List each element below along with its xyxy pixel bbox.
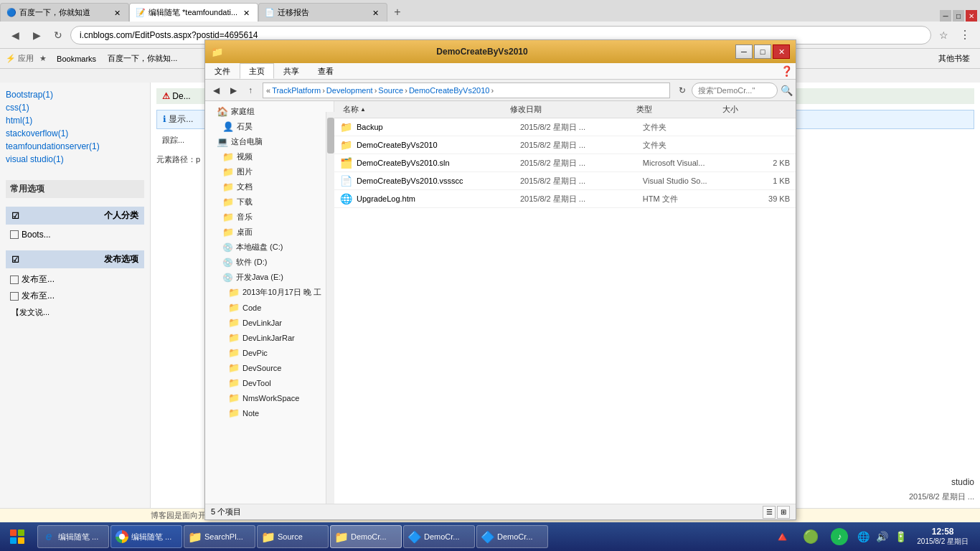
- sidebar-tag-stackoverflow[interactable]: stackoverflow(1): [6, 127, 144, 140]
- sidebar-item-nmsworkspace[interactable]: 📁 NmsWorkSpace: [205, 390, 334, 405]
- new-tab-button[interactable]: +: [387, 3, 407, 22]
- tab-migrate[interactable]: 📄 迁移报告 ✕: [258, 3, 387, 22]
- ribbon-tab-file[interactable]: 文件: [205, 63, 240, 79]
- nav-up-btn[interactable]: ↑: [242, 83, 258, 98]
- ribbon-tabs: 文件 主页 共享 查看 ❓: [205, 63, 796, 79]
- bookmark-baidu[interactable]: 百度一下，你就知...: [103, 52, 182, 65]
- explorer-minimize[interactable]: ─: [735, 44, 753, 59]
- col-header-date[interactable]: 修改日期: [507, 102, 633, 117]
- taskbar-task-vs2[interactable]: 🔷 DemoCr...: [476, 525, 548, 548]
- sidebar-item-thispc[interactable]: 💻 这台电脑: [205, 134, 334, 149]
- sidebar-item-downloads[interactable]: 📁 下载: [205, 194, 334, 209]
- breadcrumb-democreate[interactable]: DemoCreateByVs2010: [409, 86, 490, 95]
- window-maximize[interactable]: □: [953, 10, 964, 22]
- tab-close-migrate[interactable]: ✕: [369, 7, 381, 19]
- taskbar-task-searchpl[interactable]: 📁 SearchPl...: [184, 525, 255, 548]
- nav-settings[interactable]: ⋮: [956, 26, 974, 44]
- sidebar-item-devsource[interactable]: 📁 DevSource: [205, 360, 334, 375]
- ribbon-tab-home[interactable]: 主页: [240, 63, 274, 79]
- sidebar-item-note[interactable]: 📁 Note: [205, 405, 334, 420]
- tray-app-green[interactable]: 🟢: [798, 524, 824, 550]
- publish-item1[interactable]: 发布至...: [6, 271, 144, 288]
- sidebar-item-devlinkjarrar[interactable]: 📁 DevLinkJarRar: [205, 330, 334, 345]
- sidebar-item-desktop[interactable]: 📁 桌面: [205, 225, 334, 240]
- tab-cnblogs[interactable]: 📝 编辑随笔 *teamfoundati... ✕: [129, 3, 258, 22]
- file-list: 📁 Backup 2015/8/2 星期日 ... 文件夹 📁 DemoCrea…: [334, 118, 796, 504]
- file-row-democreate-folder[interactable]: 📁 DemoCreateByVs2010 2015/8/2 星期日 ... 文件…: [334, 136, 796, 154]
- sidebar-tag-bootstrap[interactable]: Bootstrap(1): [6, 88, 144, 101]
- sidebar-tag-tfs[interactable]: teamfoundationserver(1): [6, 140, 144, 153]
- sidebar-item-devpic[interactable]: 📁 DevPic: [205, 345, 334, 360]
- file-row-sln[interactable]: 🗂️ DemoCreateByVs2010.sln 2015/8/2 星期日 .…: [334, 154, 796, 172]
- sidebar-scrollbar[interactable]: [326, 112, 334, 504]
- tray-battery-icon[interactable]: 🔋: [892, 529, 908, 545]
- tab-close-baidu[interactable]: ✕: [111, 7, 123, 19]
- tab-baidu[interactable]: 🔵 百度一下，你就知道 ✕: [0, 3, 129, 22]
- ribbon-help-icon[interactable]: ❓: [781, 65, 793, 77]
- sidebar-item-homegroup[interactable]: 🏠 家庭组: [205, 104, 334, 119]
- nav-reload[interactable]: ↻: [49, 26, 67, 44]
- tray-network-icon[interactable]: 🌐: [855, 529, 871, 545]
- search-input[interactable]: [692, 83, 778, 98]
- sidebar-item-documents[interactable]: 📁 文档: [205, 179, 334, 194]
- sidebar-tag-css[interactable]: css(1): [6, 101, 144, 114]
- file-row-vssscc[interactable]: 📄 DemoCreateByVs2010.vssscc 2015/8/2 星期日…: [334, 172, 796, 190]
- breadcrumb-trackplatform[interactable]: TrackPlatform: [272, 86, 321, 95]
- sidebar-tag-html[interactable]: html(1): [6, 114, 144, 127]
- nav-forward-btn[interactable]: ▶: [225, 83, 241, 98]
- breadcrumb-icon: «: [266, 86, 270, 95]
- taskbar-task-vs1[interactable]: 🔷 DemoCr...: [403, 525, 475, 548]
- ribbon-tab-share[interactable]: 共享: [274, 63, 308, 79]
- sidebar-tag-vs[interactable]: visual studio(1): [6, 153, 144, 166]
- view-large-btn[interactable]: ⊞: [777, 506, 790, 519]
- search-icon[interactable]: 🔍: [781, 85, 793, 96]
- tab-close-cnblogs[interactable]: ✕: [240, 7, 252, 19]
- col-header-type[interactable]: 类型: [633, 102, 720, 117]
- explorer-close[interactable]: ✕: [773, 44, 790, 59]
- bookmark-bookmarks[interactable]: Bookmarks: [52, 53, 100, 65]
- view-details-btn[interactable]: ☰: [763, 506, 776, 519]
- personal-check1[interactable]: [10, 230, 19, 239]
- col-header-size[interactable]: 大小: [720, 102, 790, 117]
- nav-bookmark[interactable]: ☆: [934, 26, 953, 44]
- publish-check1[interactable]: [10, 276, 19, 284]
- publish-item2[interactable]: 发布至...: [6, 288, 144, 304]
- sidebar-item-music[interactable]: 📁 音乐: [205, 209, 334, 225]
- file-row-backup[interactable]: 📁 Backup 2015/8/2 星期日 ... 文件夹: [334, 118, 796, 136]
- taskbar-task-ie[interactable]: e 编辑随笔 ...: [37, 525, 109, 548]
- sidebar-item-pictures[interactable]: 📁 图片: [205, 164, 334, 179]
- window-minimize[interactable]: ─: [940, 10, 951, 22]
- file-row-htm[interactable]: 🌐 UpgradeLog.htm 2015/8/2 星期日 ... HTM 文件…: [334, 190, 796, 208]
- sidebar-item-cdrive[interactable]: 💿 本地磁盘 (C:): [205, 240, 334, 255]
- sidebar-item-2013folder[interactable]: 📁 2013年10月17日 晚 工: [205, 285, 334, 300]
- sidebar-item-videos[interactable]: 📁 视频: [205, 149, 334, 164]
- window-close[interactable]: ✕: [966, 10, 977, 22]
- bookmark-other[interactable]: 其他书签: [934, 52, 974, 65]
- publish-check2[interactable]: [10, 292, 19, 301]
- col-header-name[interactable]: 名称 ▲: [340, 102, 507, 117]
- taskbar-task-democreate[interactable]: 📁 DemoCr...: [330, 525, 402, 548]
- system-clock[interactable]: 12:58 2015/8/2 星期日: [911, 527, 974, 547]
- tray-app-qqmusic[interactable]: ♪: [826, 524, 852, 550]
- sidebar-item-edrive[interactable]: 💿 开发Java (E:): [205, 270, 334, 285]
- sidebar-item-user[interactable]: 👤 石昊: [205, 119, 334, 134]
- nav-forward[interactable]: ▶: [27, 26, 46, 44]
- personal-section: ☑ 个人分类 Boots...: [0, 207, 150, 242]
- breadcrumb-source[interactable]: Source: [378, 86, 403, 95]
- nav-back-btn[interactable]: ◀: [208, 83, 224, 98]
- sidebar-item-ddrive[interactable]: 💿 软件 (D:): [205, 255, 334, 270]
- taskbar-task-source[interactable]: 📁 Source: [257, 525, 329, 548]
- sidebar-item-devtool[interactable]: 📁 DevTool: [205, 375, 334, 390]
- personal-checkbox-bootstrap[interactable]: Boots...: [6, 227, 144, 242]
- breadcrumb-development[interactable]: Development: [326, 86, 373, 95]
- sidebar-item-code[interactable]: 📁 Code: [205, 300, 334, 315]
- taskbar-task-chrome[interactable]: 编辑随笔 ...: [110, 525, 182, 548]
- ribbon-tab-view[interactable]: 查看: [308, 63, 343, 79]
- tray-volume-icon[interactable]: 🔊: [874, 529, 890, 545]
- sidebar-item-devlinkjar[interactable]: 📁 DevLinkJar: [205, 315, 334, 330]
- nav-refresh-btn[interactable]: ↻: [674, 83, 690, 98]
- start-button[interactable]: [0, 522, 34, 551]
- explorer-maximize[interactable]: □: [754, 44, 771, 59]
- tray-app-red[interactable]: 🔺: [769, 524, 795, 550]
- nav-back[interactable]: ◀: [6, 26, 24, 44]
